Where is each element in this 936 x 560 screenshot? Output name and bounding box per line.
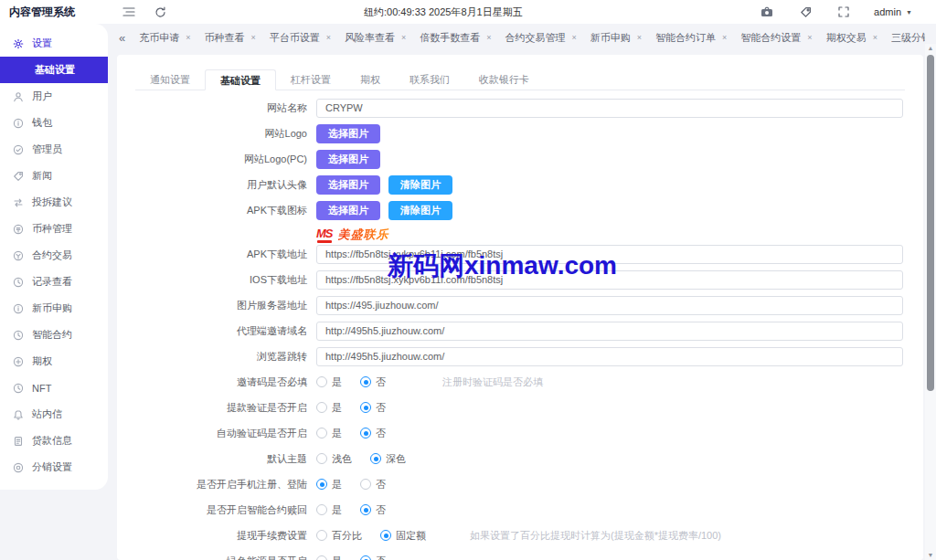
green-energy-yes-radio[interactable]: 是 <box>316 555 342 560</box>
tab-smart-contract-orders[interactable]: 智能合约订单× <box>655 31 727 45</box>
admin-dropdown[interactable]: admin ▼ <box>874 6 912 17</box>
form-row: 网站Logo 选择图片 <box>117 124 923 143</box>
tab-leverage-settings[interactable]: 杠杆设置 <box>276 69 346 90</box>
withdraw-fee-fixed-radio[interactable]: 固定额 <box>380 529 426 543</box>
sidebar-item-distribution[interactable]: 分销设置 <box>0 454 108 481</box>
tab-options-trading[interactable]: 期权交易× <box>826 31 878 45</box>
clear-image-button[interactable]: 清除图片 <box>388 175 452 195</box>
form-row: IOS下载地址 <box>117 270 923 289</box>
radio-icon <box>316 504 327 515</box>
close-icon[interactable]: × <box>251 33 256 42</box>
tab-basic-settings[interactable]: 基础设置 <box>205 69 276 90</box>
fullscreen-icon[interactable] <box>835 4 852 20</box>
phone-register-yes-radio[interactable]: 是 <box>316 478 342 491</box>
sidebar-item-messages[interactable]: 站内信 <box>0 401 108 428</box>
sidebar-item-news[interactable]: 新闻 <box>0 163 108 189</box>
close-icon[interactable]: × <box>873 33 878 42</box>
site-name-label: 网站名称 <box>117 101 316 115</box>
theme-light-radio[interactable]: 浅色 <box>316 452 352 466</box>
sidebar-item-nft[interactable]: NFT <box>0 375 108 401</box>
choose-image-button[interactable]: 选择图片 <box>316 175 380 195</box>
tab-new-coin[interactable]: 新币申购× <box>590 31 642 45</box>
radio-icon <box>316 555 327 560</box>
check-circle-icon <box>13 144 24 155</box>
tab-smart-contract-settings[interactable]: 智能合约设置× <box>740 31 812 45</box>
document-icon <box>13 436 24 447</box>
tab-three-level-distribution[interactable]: 三级分销活动× <box>891 31 925 45</box>
withdraw-fee-percent-radio[interactable]: 百分比 <box>316 529 362 543</box>
scrollbar-thumb[interactable] <box>927 55 934 391</box>
sidebar-item-records[interactable]: 记录查看 <box>0 269 108 295</box>
scroll-down-icon[interactable]: ▼ <box>928 551 934 560</box>
close-icon[interactable]: × <box>326 33 331 42</box>
tab-bank-cards[interactable]: 收款银行卡 <box>464 69 544 90</box>
sidebar-item-settings[interactable]: 设置 <box>0 30 108 57</box>
header-right-icons: admin ▼ <box>759 4 912 20</box>
tab-deposit-request[interactable]: 充币申请× <box>139 31 190 45</box>
ios-url-input[interactable] <box>316 270 903 290</box>
sidebar-item-users[interactable]: 用户 <box>0 83 108 110</box>
close-icon[interactable]: × <box>401 33 406 42</box>
close-icon[interactable]: × <box>572 33 577 42</box>
auto-captcha-yes-radio[interactable]: 是 <box>316 427 342 440</box>
site-name-input[interactable] <box>316 99 903 118</box>
tab-options[interactable]: 期权 <box>346 69 395 90</box>
close-icon[interactable]: × <box>186 33 190 42</box>
tag-icon[interactable] <box>797 4 814 20</box>
close-icon[interactable]: × <box>722 33 727 42</box>
sidebar-item-wallet[interactable]: 钱包 <box>0 110 108 136</box>
tab-contract-trade-mgmt[interactable]: 合约交易管理× <box>505 31 577 45</box>
sidebar-item-coin-management[interactable]: 币种管理 <box>0 216 108 242</box>
smart-redeem-no-radio[interactable]: 否 <box>360 503 386 517</box>
choose-image-button[interactable]: 选择图片 <box>316 150 380 169</box>
sidebar-item-feedback[interactable]: 投拆建议 <box>0 189 108 216</box>
agent-domain-input[interactable] <box>316 322 903 341</box>
image-server-input[interactable] <box>316 296 903 315</box>
radio-icon <box>316 428 327 438</box>
ios-url-label: IOS下载地址 <box>117 273 316 287</box>
sidebar-item-loan-info[interactable]: 贷款信息 <box>0 428 108 454</box>
apk-url-input[interactable] <box>316 245 903 264</box>
target-icon <box>13 462 24 473</box>
tab-coin-view[interactable]: 币种查看× <box>205 31 256 45</box>
sidebar-item-admins[interactable]: 管理员 <box>0 136 108 163</box>
tab-risk-rate[interactable]: 风险率查看× <box>345 31 406 45</box>
tab-contact-us[interactable]: 联系我们 <box>395 69 464 90</box>
withdraw-verify-no-radio[interactable]: 否 <box>360 401 386 415</box>
choose-image-button[interactable]: 选择图片 <box>316 124 380 143</box>
phone-register-no-radio[interactable]: 否 <box>360 478 386 491</box>
invite-required-no-radio[interactable]: 否 <box>360 375 386 389</box>
sidebar-item-options[interactable]: 期权 <box>0 348 108 375</box>
sidebar-item-contract-trading[interactable]: 合约交易 <box>0 242 108 269</box>
withdraw-verify-yes-radio[interactable]: 是 <box>316 401 342 415</box>
auto-captcha-no-radio[interactable]: 否 <box>360 427 386 440</box>
camera-icon[interactable] <box>759 4 775 20</box>
vertical-scrollbar[interactable]: ▲ ▼ <box>925 44 936 560</box>
scroll-up-icon[interactable]: ▲ <box>928 44 934 53</box>
sidebar-item-new-coin[interactable]: 新币申购 <box>0 295 108 322</box>
browser-redirect-input[interactable] <box>316 347 903 366</box>
close-icon[interactable]: × <box>486 33 491 42</box>
choose-image-button[interactable]: 选择图片 <box>316 201 380 220</box>
smart-redeem-yes-radio[interactable]: 是 <box>316 503 342 517</box>
green-energy-no-radio[interactable]: 否 <box>360 555 386 560</box>
tab-notification-settings[interactable]: 通知设置 <box>135 69 205 90</box>
tabs-scroll-left-icon[interactable]: « <box>119 31 125 45</box>
refresh-icon[interactable] <box>152 4 168 20</box>
theme-dark-radio[interactable]: 深色 <box>370 452 406 466</box>
sidebar-item-smart-contract[interactable]: 智能合约 <box>0 322 108 348</box>
close-icon[interactable]: × <box>807 33 812 42</box>
sidebar-item-basic-settings[interactable]: 基础设置 <box>0 57 108 83</box>
close-icon[interactable]: × <box>637 33 642 42</box>
collapse-sidebar-icon[interactable] <box>121 4 137 20</box>
tab-multiplier-lots[interactable]: 倍数手数查看× <box>420 31 491 45</box>
image-server-label: 图片服务器地址 <box>117 299 316 312</box>
form-row: 网站名称 <box>117 99 923 117</box>
clear-image-button[interactable]: 清除图片 <box>388 201 452 220</box>
ms-logo-image: MS <box>316 227 333 243</box>
invite-required-yes-radio[interactable]: 是 <box>316 375 342 389</box>
tab-platform-coin[interactable]: 平台币设置× <box>270 31 331 45</box>
withdraw-verify-label: 提款验证是否开启 <box>117 401 316 415</box>
browser-redirect-label: 浏览器跳转 <box>117 350 316 364</box>
form-row: 是否开启智能合约赎回 是 否 <box>117 501 923 519</box>
